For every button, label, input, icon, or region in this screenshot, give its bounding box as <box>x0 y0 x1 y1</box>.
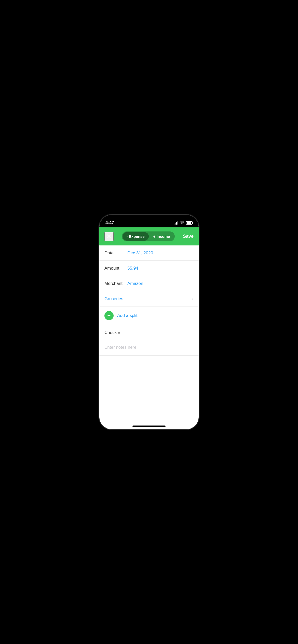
form-content: Date Dec 31, 2020 Amount 55.94 Merchant … <box>99 245 199 356</box>
chevron-right-icon: › <box>192 296 194 301</box>
plus-icon: + <box>107 313 111 318</box>
close-button[interactable]: ✕ <box>104 232 114 241</box>
merchant-row[interactable]: Merchant Amazon <box>99 276 199 291</box>
close-icon: ✕ <box>106 233 112 240</box>
home-indicator <box>132 426 166 427</box>
save-button[interactable]: Save <box>183 234 194 239</box>
check-row[interactable]: Check # <box>99 325 199 340</box>
notes-placeholder: Enter notes here <box>104 345 137 350</box>
date-row[interactable]: Date Dec 31, 2020 <box>99 245 199 261</box>
merchant-label: Merchant <box>104 281 127 286</box>
amount-row[interactable]: Amount 55.94 <box>99 261 199 276</box>
wifi-icon <box>180 221 184 225</box>
expense-toggle-button[interactable]: - Expense <box>123 232 149 241</box>
notes-row[interactable]: Enter notes here <box>99 340 199 356</box>
category-row[interactable]: Groceries › <box>99 291 199 306</box>
date-label: Date <box>104 251 127 256</box>
income-toggle-button[interactable]: + Income <box>149 232 174 241</box>
status-time: 4:47 <box>105 220 114 225</box>
add-split-row[interactable]: + Add a split <box>99 306 199 325</box>
amount-value: 55.94 <box>127 266 194 271</box>
amount-label: Amount <box>104 266 127 271</box>
add-split-circle: + <box>104 311 114 320</box>
transaction-type-toggle: - Expense + Income <box>122 231 175 241</box>
battery-icon <box>186 221 193 225</box>
merchant-value: Amazon <box>127 281 194 286</box>
header: ✕ - Expense + Income Save <box>99 227 199 245</box>
check-label: Check # <box>104 330 120 335</box>
status-icons <box>174 221 193 225</box>
signal-icon <box>174 221 178 225</box>
add-split-label: Add a split <box>117 313 137 318</box>
status-bar: 4:47 <box>99 215 199 227</box>
date-value: Dec 31, 2020 <box>127 251 194 256</box>
category-value: Groceries <box>104 296 123 301</box>
